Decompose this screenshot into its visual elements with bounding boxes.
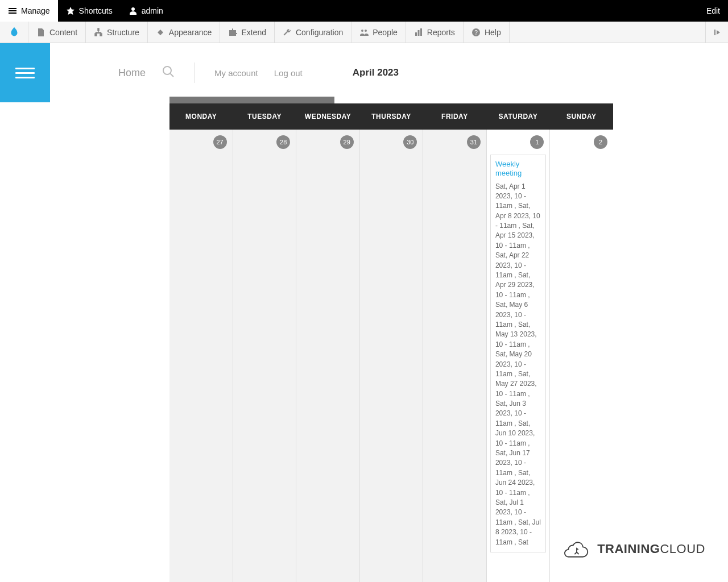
menu-extend-label: Extend [241, 28, 266, 37]
watermark-brand-1: TRAINING [597, 542, 660, 556]
calendar-cell[interactable]: 29 [296, 130, 360, 582]
search-icon [162, 65, 175, 78]
calendar-cell[interactable]: 27 [169, 130, 233, 582]
calendar-day-header: WEDNESDAY [296, 103, 359, 130]
calendar-day-header: SATURDAY [486, 103, 549, 130]
user-label: admin [142, 6, 163, 15]
menu-structure-label: Structure [107, 28, 139, 37]
svg-point-2 [163, 66, 171, 74]
hamburger-icon [15, 65, 35, 81]
calendar-cell[interactable]: 30 [360, 130, 424, 582]
drupal-home-icon[interactable] [0, 22, 28, 43]
page-title: April 2023 [353, 67, 399, 78]
page-nav: Home My account Log out April 2023 [50, 57, 728, 89]
arrow-left-icon [713, 28, 722, 37]
calendar: MONDAYTUESDAYWEDNESDAYTHURSDAYFRIDAYSATU… [169, 97, 613, 582]
nav-log-out[interactable]: Log out [274, 68, 303, 78]
calendar-day-header: MONDAY [169, 103, 233, 130]
paint-icon [156, 28, 165, 37]
calendar-day-number: 31 [467, 135, 481, 149]
manage-label: Manage [21, 6, 50, 15]
event-title[interactable]: Weekly meeting [495, 160, 541, 178]
sidebar-menu-toggle[interactable] [0, 43, 50, 102]
svg-line-3 [170, 73, 173, 77]
calendar-day-header: FRIDAY [423, 103, 486, 130]
calendar-body: 27282930311Weekly meetingSat, Apr 1 2023… [169, 130, 613, 582]
calendar-day-number: 27 [213, 135, 227, 149]
menu-configuration-label: Configuration [296, 28, 343, 37]
trainingcloud-watermark: TRAININGCLOUD [564, 539, 705, 559]
edit-label: Edit [706, 6, 720, 15]
hamburger-icon [8, 6, 17, 15]
people-icon [359, 28, 369, 37]
star-icon [66, 6, 75, 15]
user-icon [129, 6, 138, 15]
nav-my-account[interactable]: My account [214, 68, 258, 78]
chart-icon [414, 28, 423, 37]
collapse-toolbar-button[interactable] [705, 22, 728, 43]
calendar-day-number: 30 [403, 135, 417, 149]
menu-configuration[interactable]: Configuration [275, 22, 351, 43]
wrench-icon [283, 28, 292, 37]
calendar-top-accent [169, 97, 334, 103]
calendar-day-header: SUNDAY [550, 103, 613, 130]
calendar-cell[interactable]: 2 [550, 130, 613, 582]
calendar-header-row: MONDAYTUESDAYWEDNESDAYTHURSDAYFRIDAYSATU… [169, 103, 613, 130]
menu-reports-label: Reports [427, 28, 455, 37]
menu-content[interactable]: Content [28, 22, 86, 43]
calendar-event[interactable]: Weekly meetingSat, Apr 1 2023, 10 - 11am… [490, 155, 547, 552]
structure-icon [94, 28, 103, 37]
cloud-icon [564, 539, 589, 559]
calendar-day-number: 1 [530, 135, 544, 149]
menu-help[interactable]: ? Help [464, 22, 510, 43]
nav-divider [195, 63, 195, 83]
menu-structure[interactable]: Structure [86, 22, 148, 43]
calendar-cell[interactable]: 28 [233, 130, 297, 582]
user-tab[interactable]: admin [121, 0, 171, 22]
file-icon [36, 28, 46, 37]
drupal-icon [8, 26, 20, 39]
calendar-day-number: 2 [594, 135, 607, 149]
search-button[interactable] [162, 65, 175, 81]
calendar-day-number: 29 [340, 135, 354, 149]
help-icon: ? [471, 28, 481, 37]
nav-home[interactable]: Home [118, 67, 146, 79]
admin-toolbar: Manage Shortcuts admin Edit [0, 0, 728, 22]
shortcuts-label: Shortcuts [79, 6, 113, 15]
menu-extend[interactable]: Extend [220, 22, 275, 43]
shortcuts-tab[interactable]: Shortcuts [58, 0, 121, 22]
calendar-day-header: THURSDAY [359, 103, 423, 130]
menu-reports[interactable]: Reports [406, 22, 464, 43]
puzzle-icon [228, 28, 237, 37]
manage-tab[interactable]: Manage [0, 0, 58, 22]
menu-help-label: Help [485, 28, 501, 37]
calendar-day-number: 28 [276, 135, 290, 149]
menu-people[interactable]: People [351, 22, 406, 43]
admin-menu: Content Structure Appearance Extend Conf… [0, 22, 728, 43]
edit-button[interactable]: Edit [702, 6, 728, 15]
calendar-cell[interactable]: 1Weekly meetingSat, Apr 1 2023, 10 - 11a… [487, 130, 551, 582]
left-sidebar [0, 43, 50, 582]
calendar-day-header: TUESDAY [233, 103, 296, 130]
menu-appearance-label: Appearance [169, 28, 212, 37]
svg-text:?: ? [474, 30, 478, 36]
calendar-cell[interactable]: 31 [423, 130, 487, 582]
menu-content-label: Content [49, 28, 77, 37]
event-body: Sat, Apr 1 2023, 10 - 11am , Sat, Apr 8 … [495, 182, 541, 547]
menu-appearance[interactable]: Appearance [148, 22, 221, 43]
watermark-brand-2: CLOUD [660, 542, 705, 556]
menu-people-label: People [373, 28, 398, 37]
